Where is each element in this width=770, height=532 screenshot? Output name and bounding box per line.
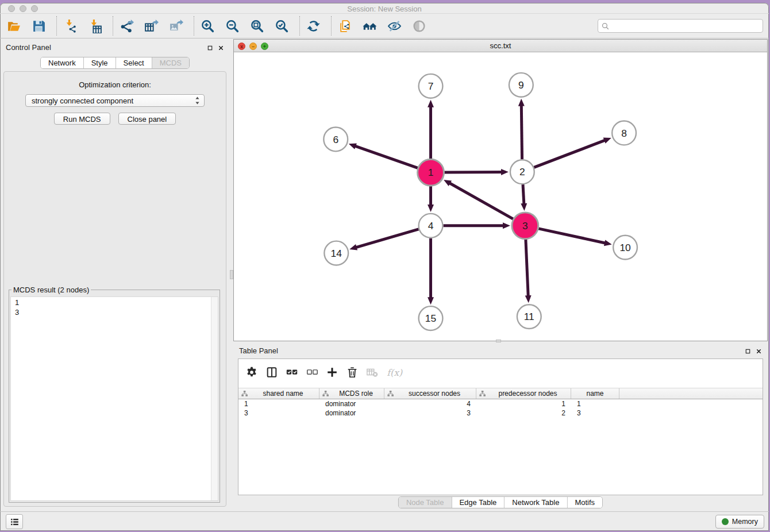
svg-text:3: 3 [522,220,528,232]
node-table-header: shared nameMCDS rolesuccessor nodesprede… [238,388,763,399]
mcds-result-scrollbar[interactable] [211,297,218,500]
graph-node-2[interactable]: 2 [510,160,534,184]
mcds-result-box[interactable]: 1 3 [10,296,218,501]
table-cell[interactable]: dominator [319,399,384,408]
graph-edge-4-14[interactable] [349,229,418,250]
home-button[interactable] [361,18,378,34]
column-header-successor-nodes[interactable]: successor nodes [384,388,476,399]
graph-node-14[interactable]: 14 [324,241,348,265]
graph-edge-1-2[interactable] [444,169,509,175]
tab-network[interactable]: Network [41,57,84,68]
close-panel-icon[interactable] [756,346,762,357]
graph-node-6[interactable]: 6 [324,128,348,152]
open-session-button[interactable] [6,18,22,34]
zoom-in-button[interactable] [199,18,215,34]
table-cell[interactable]: 3 [384,408,476,418]
tab-edge-table[interactable]: Edge Table [452,497,505,508]
column-header-MCDS-role[interactable]: MCDS role [319,388,384,399]
svg-text:14: 14 [331,248,342,259]
svg-text:4: 4 [428,220,434,232]
column-header-name[interactable]: name [571,388,619,399]
table-panel-title: Table Panel [239,346,278,355]
network-canvas[interactable]: 7968124314101511 [234,52,767,341]
tab-style[interactable]: Style [84,57,116,68]
tab-motifs[interactable]: Motifs [567,497,602,508]
select-all-button[interactable] [286,365,298,380]
columns-icon [265,366,278,379]
export-network-button[interactable] [118,18,134,34]
tab-node-table[interactable]: Node Table [399,497,452,508]
graph-node-4[interactable]: 4 [419,214,443,238]
graph-node-3[interactable]: 3 [512,213,538,239]
search-input[interactable] [610,21,763,31]
titlebar: Session: New Session [0,3,769,13]
tab-mcds[interactable]: MCDS [152,57,189,68]
graph-edge-4-3[interactable] [443,222,510,229]
graph-edge-3-10[interactable] [538,229,612,246]
float-panel-icon[interactable] [207,43,213,53]
graph-node-15[interactable]: 15 [419,306,443,330]
tab-network-table[interactable]: Network Table [505,497,567,508]
add-button[interactable] [326,365,338,380]
delete-button[interactable] [346,365,359,380]
table-cell[interactable]: 1 [476,399,571,408]
export-table-button[interactable] [143,18,159,34]
graph-edge-2-3[interactable] [521,184,527,211]
table-cell[interactable]: 2 [476,408,571,418]
graph-node-7[interactable]: 7 [419,74,443,98]
import-network-button[interactable] [62,18,78,34]
run-mcds-button[interactable]: Run MCDS [54,113,110,125]
graph-edge-2-8[interactable] [534,138,611,168]
graph-edge-3-1[interactable] [444,180,513,219]
graph-node-8[interactable]: 8 [612,121,636,145]
svg-text:2: 2 [519,166,525,178]
svg-text:f(x): f(x) [387,368,403,378]
float-panel-icon[interactable] [745,346,751,357]
export-table-icon [144,19,159,33]
column-header-predecessor-nodes[interactable]: predecessor nodes [476,388,571,399]
close-panel-icon[interactable] [218,43,224,53]
memory-button[interactable]: Memory [715,515,764,529]
export-network-icon [120,19,134,33]
visibility-button[interactable] [411,18,427,34]
table-cell[interactable]: dominator [319,408,384,418]
graph-edge-1-7[interactable] [428,100,434,159]
zoom-fit-button[interactable] [249,18,265,34]
graph-node-11[interactable]: 11 [517,304,541,329]
table-cell[interactable]: 1 [238,399,319,408]
graph-node-1[interactable]: 1 [418,159,444,186]
graph-edge-1-6[interactable] [349,143,418,168]
graph-node-10[interactable]: 10 [613,236,637,260]
close-panel-button[interactable]: Close panel [118,113,176,125]
import-table-button[interactable] [87,18,103,34]
graph-node-9[interactable]: 9 [509,73,533,97]
tab-select[interactable]: Select [116,57,152,68]
columns-button[interactable] [265,365,278,380]
zoom-selected-button[interactable] [274,18,290,34]
hide-panel-button[interactable] [386,18,402,34]
table-cell[interactable]: 3 [238,408,319,418]
network-window-titlebar[interactable]: x – + scc.txt [234,40,767,52]
task-history-button[interactable] [6,514,23,529]
deselect-all-button[interactable] [306,365,318,380]
criterion-select[interactable]: strongly connected component [25,94,205,107]
export-image-button[interactable] [168,18,184,34]
svg-text:11: 11 [524,311,534,322]
table-cell[interactable]: 1 [571,399,619,408]
zoom-out-button[interactable] [224,18,240,34]
table-cell[interactable]: 4 [384,399,476,408]
graph-edge-3-11[interactable] [525,240,532,303]
save-session-button[interactable] [30,18,47,34]
delete-table-button [366,365,379,380]
table-cell[interactable]: 3 [571,408,619,418]
refresh-button[interactable] [305,18,321,34]
status-bar: Memory [0,511,769,531]
graph-edge-1-4[interactable] [428,186,434,212]
gear-button[interactable] [245,365,258,380]
graph-edge-2-9[interactable] [518,99,525,160]
graph-edge-4-15[interactable] [428,238,434,305]
refresh-icon [306,19,321,33]
clone-network-button[interactable] [337,18,353,34]
search-box[interactable] [598,19,763,33]
column-header-shared-name[interactable]: shared name [238,388,319,399]
